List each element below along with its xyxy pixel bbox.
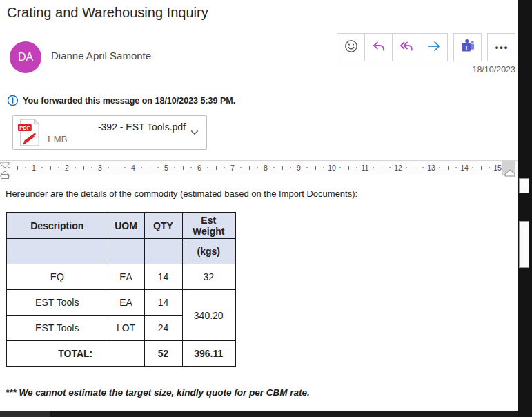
cell-description: EST Tools <box>6 316 108 341</box>
reply-arrow-icon <box>371 38 387 57</box>
pdf-file-icon: PDF <box>17 119 41 146</box>
svg-text:T: T <box>464 43 468 51</box>
header-qty: QTY <box>144 213 182 239</box>
add-reaction-button[interactable] <box>337 33 365 61</box>
ruler-ticks: 123456789101112131415 <box>5 160 518 175</box>
total-qty: 52 <box>144 341 182 367</box>
cell-qty: 14 <box>144 264 182 290</box>
subheader-kgs: (kgs) <box>182 239 235 264</box>
ellipsis-icon: ••• <box>494 42 509 52</box>
cell-uom: EA <box>108 290 144 316</box>
avatar-initials: DA <box>18 51 33 64</box>
cell-weight: 32 <box>182 264 235 290</box>
message-date: 18/10/2023 <box>407 65 515 75</box>
subheader-cell <box>108 239 144 264</box>
left-indent-marker[interactable] <box>1 174 9 179</box>
sender-name[interactable]: Dianne April Samonte <box>51 50 151 61</box>
total-label: TOTAL: <box>6 341 144 367</box>
cell-qty: 24 <box>144 316 182 341</box>
subheader-cell <box>144 239 182 264</box>
cell-qty: 14 <box>144 290 182 316</box>
table-row: EQ EA 14 32 <box>6 264 235 290</box>
attachment-options-button[interactable] <box>186 119 204 146</box>
table-row: EST Tools EA 14 340.20 <box>6 290 235 316</box>
table-header-row: Description UOM QTY Est Weight <box>6 213 235 239</box>
body-note-text: *** We cannot estimate the target size, … <box>6 387 310 398</box>
reply-all-button[interactable] <box>392 33 420 61</box>
cell-uom: EA <box>108 264 144 290</box>
commodity-table: Description UOM QTY Est Weight (kgs) EQ … <box>6 212 236 367</box>
cell-weight-merged: 340.20 <box>182 290 235 341</box>
reply-button-group <box>337 33 448 61</box>
reply-button[interactable] <box>364 33 393 61</box>
svg-text:PDF: PDF <box>19 125 30 131</box>
scrollbar-thumb[interactable] <box>519 221 529 268</box>
share-to-teams-button[interactable]: T <box>453 33 482 61</box>
table-subheader-row: (kgs) <box>6 239 235 264</box>
message-toolbar: T ••• <box>337 33 515 61</box>
info-circle-icon <box>7 95 19 106</box>
attachment-meta: -392 - EST Tools.pdf 1 MB <box>41 122 186 144</box>
reply-all-arrow-icon <box>398 38 415 57</box>
forward-button[interactable] <box>420 33 448 61</box>
attachment-card[interactable]: PDF -392 - EST Tools.pdf 1 MB <box>12 115 207 150</box>
cell-uom: LOT <box>108 316 144 341</box>
header-est-weight: Est Weight <box>182 213 235 239</box>
bottom-edge-bar <box>0 411 518 417</box>
attachment-size: 1 MB <box>46 134 186 144</box>
forward-arrow-icon <box>426 38 442 57</box>
bottom-edge-bar-left <box>0 411 50 417</box>
header-uom: UOM <box>108 213 144 239</box>
chevron-down-icon <box>188 126 201 139</box>
subheader-cell <box>6 239 108 264</box>
table-total-row: TOTAL: 52 396.11 <box>6 341 235 367</box>
cell-description: EQ <box>6 264 108 290</box>
header-description: Description <box>6 213 108 239</box>
total-weight: 396.11 <box>182 341 235 367</box>
email-subject: Crating and Warehousing Inquiry <box>7 5 208 21</box>
body-intro-text: Hereunder are the details of the commodi… <box>6 188 357 199</box>
forward-notice-text: You forwarded this message on 18/10/2023… <box>23 96 235 106</box>
share-to-teams-icon: T <box>460 38 476 57</box>
scrollbar-button[interactable] <box>519 178 529 193</box>
right-indent-marker[interactable] <box>504 167 515 180</box>
forward-notice: You forwarded this message on 18/10/2023… <box>7 95 235 106</box>
cell-description: EST Tools <box>6 290 108 316</box>
avatar[interactable]: DA <box>10 41 41 73</box>
attachment-filename: -392 - EST Tools.pdf <box>46 122 186 133</box>
smiley-face-icon <box>343 38 359 57</box>
more-actions-button[interactable]: ••• <box>487 33 515 61</box>
right-edge-bar <box>518 0 532 417</box>
outlook-reading-pane: Crating and Warehousing Inquiry DA Diann… <box>0 0 532 417</box>
